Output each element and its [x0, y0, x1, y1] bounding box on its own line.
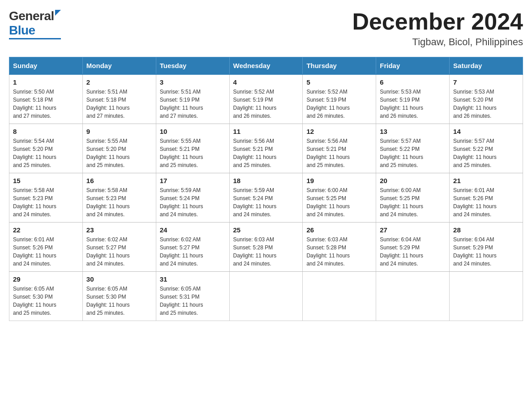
day-number: 24 [160, 226, 226, 234]
day-info: Sunrise: 5:51 AMSunset: 5:18 PMDaylight:… [86, 88, 152, 120]
table-row: 8Sunrise: 5:54 AMSunset: 5:20 PMDaylight… [9, 124, 83, 173]
table-row: 22Sunrise: 6:01 AMSunset: 5:26 PMDayligh… [9, 223, 83, 272]
day-number: 10 [160, 128, 226, 135]
logo-blue-text: Blue [9, 23, 35, 38]
table-row [450, 272, 523, 321]
table-row: 24Sunrise: 6:02 AMSunset: 5:27 PMDayligh… [156, 223, 229, 272]
day-info: Sunrise: 6:00 AMSunset: 5:25 PMDaylight:… [380, 186, 446, 218]
calendar-week-row: 1Sunrise: 5:50 AMSunset: 5:18 PMDaylight… [9, 74, 523, 124]
table-row: 4Sunrise: 5:52 AMSunset: 5:19 PMDaylight… [229, 74, 303, 124]
day-info: Sunrise: 6:05 AMSunset: 5:31 PMDaylight:… [160, 285, 226, 317]
table-row: 10Sunrise: 5:55 AMSunset: 5:21 PMDayligh… [156, 124, 229, 173]
day-info: Sunrise: 6:05 AMSunset: 5:30 PMDaylight:… [86, 285, 152, 317]
day-info: Sunrise: 5:58 AMSunset: 5:23 PMDaylight:… [13, 186, 79, 218]
day-number: 4 [233, 78, 299, 86]
table-row: 12Sunrise: 5:56 AMSunset: 5:21 PMDayligh… [303, 124, 376, 173]
day-info: Sunrise: 5:57 AMSunset: 5:22 PMDaylight:… [453, 137, 519, 169]
day-number: 8 [13, 128, 79, 135]
logo-general: General [9, 9, 61, 23]
day-info: Sunrise: 5:59 AMSunset: 5:24 PMDaylight:… [160, 186, 226, 218]
day-info: Sunrise: 6:02 AMSunset: 5:27 PMDaylight:… [86, 235, 152, 268]
day-number: 27 [380, 226, 446, 234]
day-number: 18 [233, 177, 299, 184]
header-monday: Monday [82, 57, 156, 75]
table-row [303, 272, 376, 321]
calendar-week-row: 29Sunrise: 6:05 AMSunset: 5:30 PMDayligh… [9, 272, 523, 321]
title-section: December 2024 Tigbaw, Bicol, Philippines [352, 9, 523, 48]
day-info: Sunrise: 6:03 AMSunset: 5:28 PMDaylight:… [306, 235, 372, 268]
day-info: Sunrise: 5:52 AMSunset: 5:19 PMDaylight:… [233, 88, 299, 120]
header-thursday: Thursday [303, 57, 376, 75]
month-title: December 2024 [352, 9, 523, 34]
calendar-header-row: Sunday Monday Tuesday Wednesday Thursday… [9, 57, 523, 75]
table-row: 5Sunrise: 5:52 AMSunset: 5:19 PMDaylight… [303, 74, 376, 124]
day-number: 28 [453, 226, 519, 234]
day-number: 21 [453, 177, 519, 184]
day-info: Sunrise: 5:52 AMSunset: 5:19 PMDaylight:… [306, 88, 372, 120]
table-row: 14Sunrise: 5:57 AMSunset: 5:22 PMDayligh… [450, 124, 523, 173]
logo-blue-row: Blue [9, 23, 61, 38]
day-number: 6 [380, 78, 446, 86]
table-row: 30Sunrise: 6:05 AMSunset: 5:30 PMDayligh… [82, 272, 156, 321]
day-info: Sunrise: 5:59 AMSunset: 5:24 PMDaylight:… [233, 186, 299, 218]
table-row: 1Sunrise: 5:50 AMSunset: 5:18 PMDaylight… [9, 74, 83, 124]
calendar-week-row: 15Sunrise: 5:58 AMSunset: 5:23 PMDayligh… [9, 173, 523, 223]
calendar-week-row: 8Sunrise: 5:54 AMSunset: 5:20 PMDaylight… [9, 124, 523, 173]
header-wednesday: Wednesday [229, 57, 303, 75]
table-row: 2Sunrise: 5:51 AMSunset: 5:18 PMDaylight… [82, 74, 156, 124]
calendar-week-row: 22Sunrise: 6:01 AMSunset: 5:26 PMDayligh… [9, 223, 523, 272]
day-number: 7 [453, 78, 519, 86]
day-number: 5 [306, 78, 372, 86]
day-info: Sunrise: 5:55 AMSunset: 5:21 PMDaylight:… [160, 137, 226, 169]
day-info: Sunrise: 5:51 AMSunset: 5:19 PMDaylight:… [160, 88, 226, 120]
table-row: 15Sunrise: 5:58 AMSunset: 5:23 PMDayligh… [9, 173, 83, 223]
day-number: 20 [380, 177, 446, 184]
day-number: 17 [160, 177, 226, 184]
table-row: 13Sunrise: 5:57 AMSunset: 5:22 PMDayligh… [376, 124, 450, 173]
table-row: 29Sunrise: 6:05 AMSunset: 5:30 PMDayligh… [9, 272, 83, 321]
day-number: 19 [306, 177, 372, 184]
table-row: 28Sunrise: 6:04 AMSunset: 5:29 PMDayligh… [450, 223, 523, 272]
day-info: Sunrise: 6:00 AMSunset: 5:25 PMDaylight:… [306, 186, 372, 218]
day-number: 13 [380, 128, 446, 135]
header-sunday: Sunday [9, 57, 83, 75]
table-row: 31Sunrise: 6:05 AMSunset: 5:31 PMDayligh… [156, 272, 229, 321]
day-number: 16 [86, 177, 152, 184]
day-number: 2 [86, 78, 152, 86]
day-number: 11 [233, 128, 299, 135]
location-title: Tigbaw, Bicol, Philippines [352, 36, 523, 48]
day-info: Sunrise: 5:56 AMSunset: 5:21 PMDaylight:… [306, 137, 372, 169]
day-number: 30 [86, 275, 152, 283]
table-row: 18Sunrise: 5:59 AMSunset: 5:24 PMDayligh… [229, 173, 303, 223]
day-info: Sunrise: 5:53 AMSunset: 5:19 PMDaylight:… [380, 88, 446, 120]
table-row: 21Sunrise: 6:01 AMSunset: 5:26 PMDayligh… [450, 173, 523, 223]
table-row: 27Sunrise: 6:04 AMSunset: 5:29 PMDayligh… [376, 223, 450, 272]
calendar-table: Sunday Monday Tuesday Wednesday Thursday… [9, 57, 523, 321]
table-row [376, 272, 450, 321]
table-row: 11Sunrise: 5:56 AMSunset: 5:21 PMDayligh… [229, 124, 303, 173]
day-info: Sunrise: 6:02 AMSunset: 5:27 PMDaylight:… [160, 235, 226, 268]
day-info: Sunrise: 5:50 AMSunset: 5:18 PMDaylight:… [13, 88, 79, 120]
day-info: Sunrise: 6:04 AMSunset: 5:29 PMDaylight:… [380, 235, 446, 268]
table-row: 17Sunrise: 5:59 AMSunset: 5:24 PMDayligh… [156, 173, 229, 223]
table-row [229, 272, 303, 321]
day-number: 31 [160, 275, 226, 283]
day-number: 26 [306, 226, 372, 234]
day-info: Sunrise: 6:01 AMSunset: 5:26 PMDaylight:… [13, 235, 79, 268]
logo: General Blue [9, 9, 61, 39]
day-number: 9 [86, 128, 152, 135]
day-info: Sunrise: 5:58 AMSunset: 5:23 PMDaylight:… [86, 186, 152, 218]
day-info: Sunrise: 5:54 AMSunset: 5:20 PMDaylight:… [13, 137, 79, 169]
table-row: 20Sunrise: 6:00 AMSunset: 5:25 PMDayligh… [376, 173, 450, 223]
day-info: Sunrise: 5:53 AMSunset: 5:20 PMDaylight:… [453, 88, 519, 120]
day-number: 23 [86, 226, 152, 234]
table-row: 7Sunrise: 5:53 AMSunset: 5:20 PMDaylight… [450, 74, 523, 124]
logo-underline [9, 38, 61, 39]
table-row: 9Sunrise: 5:55 AMSunset: 5:20 PMDaylight… [82, 124, 156, 173]
day-info: Sunrise: 5:55 AMSunset: 5:20 PMDaylight:… [86, 137, 152, 169]
header-tuesday: Tuesday [156, 57, 229, 75]
day-info: Sunrise: 6:04 AMSunset: 5:29 PMDaylight:… [453, 235, 519, 268]
table-row: 19Sunrise: 6:00 AMSunset: 5:25 PMDayligh… [303, 173, 376, 223]
header-friday: Friday [376, 57, 450, 75]
table-row: 3Sunrise: 5:51 AMSunset: 5:19 PMDaylight… [156, 74, 229, 124]
